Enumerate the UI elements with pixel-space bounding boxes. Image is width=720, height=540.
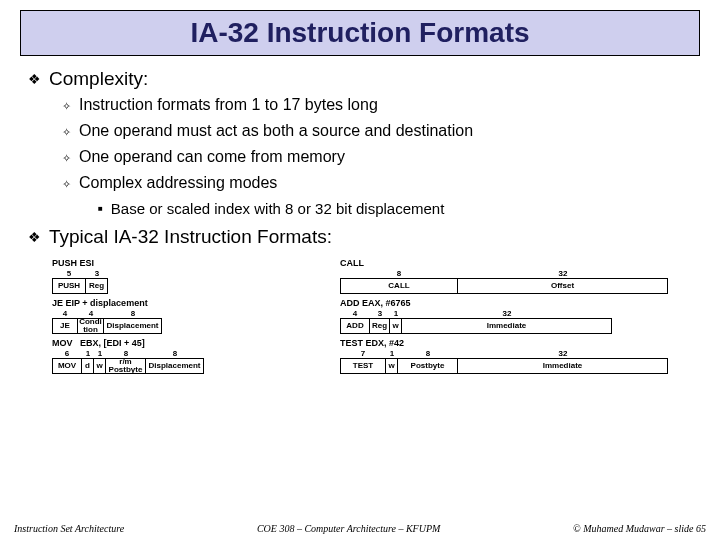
diagram-mov: MOV EBX, [EDI + 45] 6 1 1 8 8 MOV d w r/… bbox=[52, 338, 312, 374]
field-cell: Displacement bbox=[104, 318, 162, 334]
bullet-text: One operand can come from memory bbox=[79, 148, 345, 166]
diagrams: PUSH ESI 5 3 PUSH Reg CALL 8 32 CALL Off… bbox=[0, 254, 720, 374]
footer-mid: COE 308 – Computer Architecture – KFUPM bbox=[257, 523, 441, 534]
diagram-label: CALL bbox=[340, 258, 680, 268]
content: ❖ Complexity: ✧ Instruction formats from… bbox=[0, 68, 720, 248]
bit-width: 5 bbox=[52, 269, 86, 278]
bit-width: 32 bbox=[402, 309, 612, 318]
bit-width: 1 bbox=[390, 309, 402, 318]
diamond-icon: ❖ bbox=[28, 226, 41, 248]
bit-width: 32 bbox=[458, 349, 668, 358]
diamond-open-icon: ✧ bbox=[62, 174, 71, 194]
bit-width: 7 bbox=[340, 349, 386, 358]
footer-right: © Muhamed Mudawar – slide 65 bbox=[573, 523, 706, 534]
bullet-text: Complex addressing modes bbox=[79, 174, 277, 192]
diamond-icon: ❖ bbox=[28, 68, 41, 90]
bit-width: 6 bbox=[52, 349, 82, 358]
heading-formats: ❖ Typical IA-32 Instruction Formats: bbox=[28, 226, 692, 248]
field-cell: MOV bbox=[52, 358, 82, 374]
bullet-text: Instruction formats from 1 to 17 bytes l… bbox=[79, 96, 378, 114]
diagram-call: CALL 8 32 CALL Offset bbox=[340, 258, 680, 294]
bit-width: 1 bbox=[82, 349, 94, 358]
bit-width: 8 bbox=[398, 349, 458, 358]
diagram-label: JE EIP + displacement bbox=[52, 298, 312, 308]
slide-title: IA-32 Instruction Formats bbox=[21, 17, 699, 49]
bullet-item: ✧ Complex addressing modes bbox=[62, 174, 692, 194]
field-cell: TEST bbox=[340, 358, 386, 374]
field-cell: Immediate bbox=[458, 358, 668, 374]
diamond-open-icon: ✧ bbox=[62, 122, 71, 142]
heading-text: Typical IA-32 Instruction Formats: bbox=[49, 226, 332, 248]
field-cell: w bbox=[390, 318, 402, 334]
diagram-label: TEST EDX, #42 bbox=[340, 338, 680, 348]
field-cell: CALL bbox=[340, 278, 458, 294]
bit-width: 1 bbox=[94, 349, 106, 358]
bit-width: 8 bbox=[146, 349, 204, 358]
field-cell: Reg bbox=[370, 318, 390, 334]
heading-text: Complexity: bbox=[49, 68, 148, 90]
field-cell: Postbyte bbox=[398, 358, 458, 374]
square-icon: ■ bbox=[98, 200, 103, 218]
field-cell: Immediate bbox=[402, 318, 612, 334]
field-cell: JE bbox=[52, 318, 78, 334]
diamond-open-icon: ✧ bbox=[62, 148, 71, 168]
diagram-label: ADD EAX, #6765 bbox=[340, 298, 680, 308]
diagram-push: PUSH ESI 5 3 PUSH Reg bbox=[52, 258, 312, 294]
field-cell: PUSH bbox=[52, 278, 86, 294]
field-cell: w bbox=[386, 358, 398, 374]
footer: Instruction Set Architecture COE 308 – C… bbox=[0, 523, 720, 534]
field-cell: ADD bbox=[340, 318, 370, 334]
subbullet-text: Base or scaled index with 8 or 32 bit di… bbox=[111, 200, 445, 217]
bit-width: 4 bbox=[340, 309, 370, 318]
bit-width: 3 bbox=[86, 269, 108, 278]
bit-width: 1 bbox=[386, 349, 398, 358]
diagram-add: ADD EAX, #6765 4 3 1 32 ADD Reg w Immedi… bbox=[340, 298, 680, 334]
bullet-text: One operand must act as both a source an… bbox=[79, 122, 473, 140]
bit-width: 4 bbox=[52, 309, 78, 318]
diamond-open-icon: ✧ bbox=[62, 96, 71, 116]
field-cell: d bbox=[82, 358, 94, 374]
bit-width: 8 bbox=[340, 269, 458, 278]
footer-left: Instruction Set Architecture bbox=[14, 523, 124, 534]
field-cell: Condi tion bbox=[78, 318, 104, 334]
bullet-item: ✧ One operand can come from memory bbox=[62, 148, 692, 168]
diagram-je: JE EIP + displacement 4 4 8 JE Condi tio… bbox=[52, 298, 312, 334]
bit-width: 32 bbox=[458, 269, 668, 278]
bullet-item: ✧ One operand must act as both a source … bbox=[62, 122, 692, 142]
diagram-test: TEST EDX, #42 7 1 8 32 TEST w Postbyte I… bbox=[340, 338, 680, 374]
title-bar: IA-32 Instruction Formats bbox=[20, 10, 700, 56]
field-cell: r/m Postbyte bbox=[106, 358, 146, 374]
bullet-item: ✧ Instruction formats from 1 to 17 bytes… bbox=[62, 96, 692, 116]
bit-width: 8 bbox=[104, 309, 162, 318]
field-cell: w bbox=[94, 358, 106, 374]
field-cell: Reg bbox=[86, 278, 108, 294]
diagram-label: PUSH ESI bbox=[52, 258, 312, 268]
field-cell: Offset bbox=[458, 278, 668, 294]
diagram-label: MOV EBX, [EDI + 45] bbox=[52, 338, 312, 348]
field-cell: Displacement bbox=[146, 358, 204, 374]
subbullet-item: ■ Base or scaled index with 8 or 32 bit … bbox=[98, 200, 692, 218]
bit-width: 3 bbox=[370, 309, 390, 318]
heading-complexity: ❖ Complexity: bbox=[28, 68, 692, 90]
